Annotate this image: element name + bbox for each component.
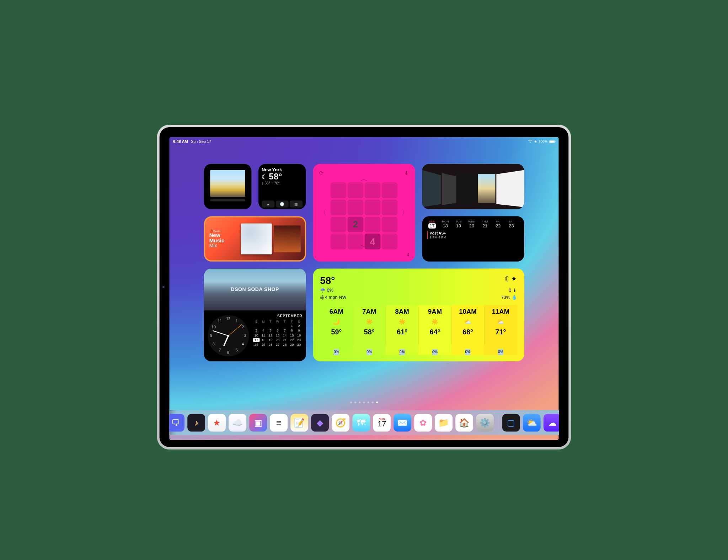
calendar-day[interactable]: 10 [253, 333, 260, 338]
hour-forecast[interactable]: 9AM☀️64°0% [418, 305, 451, 355]
calendar-day[interactable]: 26 [267, 343, 274, 347]
calendar-day[interactable]: 4 [260, 328, 267, 333]
arrow-right-icon[interactable]: 〉 [401, 208, 409, 217]
calendar-day[interactable]: 19 [267, 338, 274, 342]
calendar-day[interactable]: 1 [289, 324, 295, 328]
dock-app-discord[interactable]: 🗨 [169, 414, 184, 432]
game-score: 4 [407, 252, 409, 257]
calendar-day[interactable]: 15 [289, 333, 295, 338]
calendar-day[interactable]: 13 [274, 333, 281, 338]
calendar-day[interactable]: 16 [295, 333, 302, 338]
weather-small-widget[interactable]: New York ☾58° ↓ 58° ↑ 78° ☁ 🕘 ▦ [258, 164, 306, 209]
hourly-forecast[interactable]: 6AM🌙59°0%7AM☀️58°0%8AM☀️61°0%9AM☀️64°0%1… [320, 305, 517, 355]
dock-app-icloud[interactable]: ☁️ [229, 414, 246, 432]
music-widget[interactable]: 🍎Music New Music Mix [204, 216, 306, 262]
calendar-day[interactable]: 6 [274, 328, 281, 333]
photo-scrubber[interactable] [210, 199, 245, 201]
clock-calendar-widget[interactable]: DSON SODA SHOP 121234567891011 SEPTEMBER… [204, 269, 306, 361]
calendar-week-widget[interactable]: SUN17MON18TUE19WED20THU21FRI22SAT23 Post… [422, 216, 524, 262]
game-grid[interactable]: 24 [331, 182, 398, 249]
svg-marker-2 [441, 173, 456, 205]
calendar-day[interactable] [282, 324, 288, 328]
dock-app-photos[interactable]: ✿ [414, 414, 432, 432]
hour-forecast[interactable]: 8AM☀️61°0% [386, 305, 418, 355]
month-calendar[interactable]: SEPTEMBER SMTWTFS12345678910111213141516… [253, 314, 303, 358]
calendar-day[interactable]: 21 [282, 338, 288, 342]
save-icon[interactable]: ⬇ [404, 170, 409, 177]
undo-icon[interactable]: ⟳ [319, 170, 324, 177]
week-day[interactable]: TUE19 [453, 220, 464, 228]
dock-app-music-app[interactable]: ♪ [187, 414, 205, 432]
dock-app-files[interactable]: 📁 [435, 414, 453, 432]
calendar-day[interactable]: 3 [253, 328, 260, 333]
battery-icon [549, 140, 555, 143]
week-day[interactable]: THU21 [480, 220, 490, 228]
calendar-day[interactable]: 5 [267, 328, 274, 333]
dock-app-calendar[interactable]: SUN17 [373, 414, 391, 432]
calendar-day[interactable] [274, 324, 281, 328]
calendar-day[interactable]: 29 [289, 343, 295, 347]
dock-app-settings[interactable]: ⚙️ [476, 414, 494, 432]
week-day[interactable]: SUN17 [427, 220, 437, 228]
weather-tab-calendar[interactable]: ▦ [290, 200, 303, 208]
dock-app-app-switcher[interactable]: ▢ [502, 414, 520, 432]
calendar-day[interactable]: 7 [282, 328, 288, 333]
arrow-left-icon[interactable]: 〈 [319, 208, 327, 217]
calendar-day[interactable]: 2 [295, 324, 302, 328]
calendar-day[interactable]: 23 [295, 338, 302, 342]
music-title: New Music [209, 232, 237, 243]
calendar-day[interactable]: 11 [260, 333, 267, 338]
page-indicator[interactable] [350, 402, 378, 403]
calendar-day[interactable]: 25 [260, 343, 267, 347]
home-screen[interactable]: 6:48 AM Sun Sep 17 ★ 100% [169, 137, 558, 440]
dock-app-reminders[interactable]: ≡ [270, 414, 288, 432]
game-2048-widget[interactable]: ⟳ ⬇ ︿ ﹀ 〈 〉 24 4 [313, 164, 415, 262]
calendar-day[interactable]: 28 [282, 343, 288, 347]
dock-app-fantastical[interactable]: ★ [208, 414, 226, 432]
weather-tab-clock[interactable]: 🕘 [275, 200, 288, 208]
hour-forecast[interactable]: 7AM☀️58°0% [353, 305, 386, 355]
week-day[interactable]: FRI22 [493, 220, 503, 228]
calendar-day[interactable] [253, 324, 260, 328]
calendar-event[interactable]: Post AS+ 1 PM-2 PM [427, 231, 519, 239]
dock-app-shortcuts[interactable]: ▣ [249, 414, 267, 432]
week-day[interactable]: MON18 [440, 220, 450, 228]
calendar-day[interactable]: 9 [295, 328, 302, 333]
app-coverflow-widget[interactable] [422, 164, 524, 209]
calendar-day[interactable]: 12 [267, 333, 274, 338]
status-bar: 6:48 AM Sun Sep 17 ★ 100% [173, 139, 555, 144]
calendar-day[interactable]: 30 [295, 343, 302, 347]
dock-app-maps[interactable]: 🗺 [352, 414, 370, 432]
calendar-day[interactable]: 17 [253, 338, 260, 342]
calendar-day[interactable]: 18 [260, 338, 267, 342]
featured-photo: DSON SODA SHOP [204, 269, 306, 310]
calendar-day[interactable]: 22 [289, 338, 295, 342]
dock-app-home[interactable]: 🏠 [455, 414, 473, 432]
dock[interactable]: 💬🗨♪★☁️▣≡📝◆🧭🗺SUN17✉️✿📁🏠⚙️▢⛅☁ [169, 410, 558, 435]
weather-large-widget[interactable]: 58° ☾✦ ☔ 0% 0 🌡 ⇶ 4 mph NW 73% 💧 6AM🌙59°… [313, 269, 524, 361]
photo-thumbnail [210, 170, 245, 197]
dock-app-weather[interactable]: ⛅ [523, 414, 541, 432]
svg-marker-5 [496, 170, 524, 207]
calendar-day[interactable]: 14 [282, 333, 288, 338]
dock-app-cloud-app[interactable]: ☁ [544, 414, 559, 432]
bw-uv: 0 🌡 [509, 288, 517, 293]
calendar-day[interactable]: 20 [274, 338, 281, 342]
dock-app-safari[interactable]: 🧭 [332, 414, 349, 432]
photos-widget[interactable] [204, 164, 251, 209]
calendar-day[interactable] [260, 324, 267, 328]
calendar-day[interactable]: 24 [253, 343, 260, 347]
hour-forecast[interactable]: 10AM⛅68°0% [451, 305, 484, 355]
dock-app-obsidian[interactable]: ◆ [311, 414, 329, 432]
hour-forecast[interactable]: 11AM⛅71°0% [484, 305, 517, 355]
calendar-day[interactable]: 8 [289, 328, 295, 333]
dock-app-mail[interactable]: ✉️ [394, 414, 411, 432]
dock-app-notes[interactable]: 📝 [290, 414, 308, 432]
focus-icon: ★ [534, 139, 537, 144]
hour-forecast[interactable]: 6AM🌙59°0% [320, 305, 353, 355]
week-day[interactable]: WED20 [467, 220, 477, 228]
calendar-day[interactable] [267, 324, 274, 328]
week-day[interactable]: SAT23 [506, 220, 516, 228]
calendar-day[interactable]: 27 [274, 343, 281, 347]
weather-tab-cloud[interactable]: ☁ [262, 200, 274, 208]
